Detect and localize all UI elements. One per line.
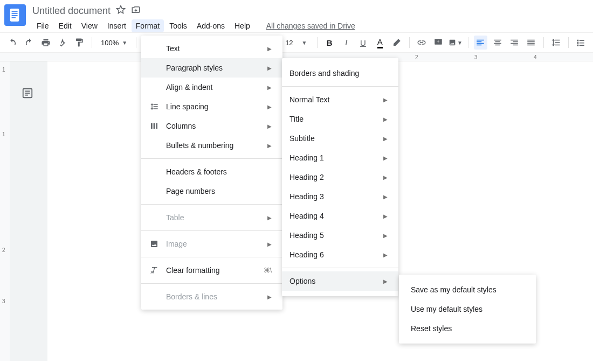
format-text[interactable]: Text▶	[141, 39, 282, 58]
ps-normal-text[interactable]: Normal Text▶	[282, 90, 398, 109]
print-button[interactable]	[39, 36, 52, 50]
checklist-button[interactable]	[574, 36, 588, 50]
clear-format-icon	[149, 266, 160, 275]
menu-addons[interactable]: Add-ons	[192, 19, 229, 32]
format-columns[interactable]: Columns▶	[141, 116, 282, 136]
image-icon	[149, 240, 160, 248]
redo-button[interactable]	[22, 36, 36, 50]
svg-rect-4	[12, 17, 16, 18]
svg-text:+: +	[437, 39, 440, 44]
svg-rect-12	[151, 123, 153, 129]
options-submenu: Save as my default styles Use my default…	[399, 275, 536, 344]
paragraph-styles-submenu: Borders and shading Normal Text▶ Title▶ …	[282, 58, 398, 296]
ps-heading-5[interactable]: Heading 5▶	[282, 226, 398, 245]
document-title[interactable]: Untitled document	[32, 5, 111, 17]
ps-heading-3[interactable]: Heading 3▶	[282, 187, 398, 206]
vertical-ruler: 1 1 2 3	[0, 61, 10, 361]
format-borders-lines: Borders & lines▶	[141, 287, 282, 306]
zoom-select[interactable]: 100%▼	[98, 39, 130, 47]
ps-title[interactable]: Title▶	[282, 109, 398, 129]
align-justify-button[interactable]	[524, 36, 537, 50]
menu-insert[interactable]: Insert	[103, 19, 130, 32]
menu-bar: File Edit View Insert Format Tools Add-o…	[32, 19, 589, 32]
menu-edit[interactable]: Edit	[54, 19, 76, 32]
toolbar: 100%▼ 12▼ B I U A + ▼	[0, 32, 593, 53]
move-icon[interactable]	[131, 5, 141, 17]
insert-image-button[interactable]: ▼	[449, 36, 463, 50]
menu-file[interactable]: File	[32, 19, 53, 32]
document-gutter	[10, 61, 47, 361]
star-icon[interactable]	[116, 5, 126, 17]
add-comment-button[interactable]: +	[432, 36, 445, 50]
menu-format[interactable]: Format	[132, 19, 164, 32]
format-line-spacing[interactable]: Line spacing▶	[141, 97, 282, 116]
paint-format-button[interactable]	[73, 36, 86, 50]
menu-tools[interactable]: Tools	[165, 19, 191, 32]
format-bullets-numbering[interactable]: Bullets & numbering▶	[141, 136, 282, 155]
opt-save-default[interactable]: Save as my default styles	[399, 280, 536, 299]
align-center-button[interactable]	[491, 36, 504, 50]
menu-view[interactable]: View	[77, 19, 102, 32]
font-size-select[interactable]: 12▼	[281, 39, 311, 47]
text-color-button[interactable]: A	[373, 36, 387, 50]
highlight-color-button[interactable]	[390, 36, 403, 50]
spellcheck-button[interactable]	[56, 36, 70, 50]
align-right-button[interactable]	[507, 36, 521, 50]
underline-button[interactable]: U	[356, 36, 370, 50]
italic-button[interactable]: I	[340, 36, 353, 50]
ps-options[interactable]: Options▶	[282, 271, 398, 291]
format-clear-formatting[interactable]: Clear formatting⌘\	[141, 261, 282, 280]
format-align-indent[interactable]: Align & indent▶	[141, 78, 282, 97]
ps-heading-1[interactable]: Heading 1▶	[282, 148, 398, 167]
outline-icon[interactable]	[22, 87, 33, 101]
align-left-button[interactable]	[474, 36, 487, 50]
format-table: Table▶	[141, 208, 282, 227]
svg-rect-14	[156, 123, 157, 129]
format-page-numbers[interactable]: Page numbers	[141, 181, 282, 201]
format-dropdown: Text▶ Paragraph styles▶ Align & indent▶ …	[141, 36, 282, 310]
insert-link-button[interactable]	[415, 36, 428, 50]
svg-rect-13	[154, 123, 155, 129]
format-headers-footers[interactable]: Headers & footers	[141, 162, 282, 181]
opt-reset-styles[interactable]: Reset styles	[399, 319, 536, 338]
format-image: Image▶	[141, 234, 282, 254]
line-spacing-button[interactable]	[549, 36, 563, 50]
svg-rect-3	[12, 15, 18, 16]
undo-button[interactable]	[5, 36, 19, 50]
save-status[interactable]: All changes saved in Drive	[266, 19, 355, 32]
columns-icon	[149, 122, 160, 130]
format-paragraph-styles[interactable]: Paragraph styles▶	[141, 58, 282, 78]
header: Untitled document File Edit View Insert …	[0, 0, 593, 32]
ps-heading-2[interactable]: Heading 2▶	[282, 167, 398, 187]
svg-marker-5	[117, 6, 125, 13]
docs-app-icon[interactable]	[4, 4, 26, 26]
menu-help[interactable]: Help	[230, 19, 254, 32]
svg-rect-2	[12, 13, 18, 14]
opt-use-default[interactable]: Use my default styles	[399, 299, 536, 319]
line-spacing-icon	[149, 102, 160, 111]
ps-borders-shading[interactable]: Borders and shading	[282, 64, 398, 83]
svg-rect-1	[12, 11, 18, 12]
bold-button[interactable]: B	[322, 36, 336, 50]
ps-heading-6[interactable]: Heading 6▶	[282, 245, 398, 264]
ps-subtitle[interactable]: Subtitle▶	[282, 129, 398, 148]
ps-heading-4[interactable]: Heading 4▶	[282, 206, 398, 226]
